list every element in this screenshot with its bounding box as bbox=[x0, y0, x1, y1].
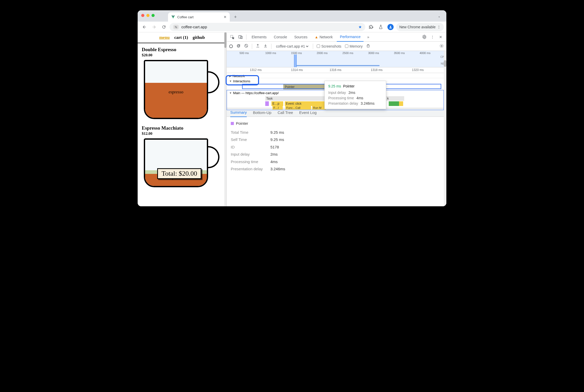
mug-handle-icon bbox=[208, 146, 219, 168]
extensions-icon[interactable] bbox=[367, 23, 375, 31]
tab-network[interactable]: ▲Network bbox=[312, 32, 336, 42]
page-scrollbar[interactable] bbox=[224, 32, 226, 206]
close-devtools-icon[interactable]: ✕ bbox=[437, 33, 444, 41]
product-card: Espresso Macchiato $12.00 espresso Total… bbox=[138, 122, 226, 190]
tab-performance[interactable]: Performance bbox=[337, 32, 364, 42]
svg-point-4 bbox=[424, 36, 425, 37]
new-tab-button[interactable]: + bbox=[232, 13, 239, 21]
close-tab-icon[interactable]: ✕ bbox=[224, 15, 227, 19]
settings-icon[interactable] bbox=[421, 33, 428, 41]
summary-pane: Pointer Total Time9.25 ms Self Time9.25 … bbox=[227, 117, 446, 176]
omnibox[interactable]: ⇆ coffee-cart.app ★ bbox=[170, 23, 365, 31]
svg-point-6 bbox=[441, 45, 442, 46]
selection-handle-icon[interactable] bbox=[294, 55, 297, 67]
mug-fill-label: espresso bbox=[169, 90, 183, 95]
back-button[interactable] bbox=[140, 23, 148, 31]
window-controls bbox=[141, 14, 155, 17]
time-ruler[interactable]: 1312 ms 1314 ms 1316 ms 1318 ms 1320 ms bbox=[227, 67, 446, 73]
memory-checkbox[interactable]: Memory bbox=[345, 44, 363, 48]
page-content: menu cart (1) github Double Espresso $20… bbox=[138, 32, 227, 206]
inspect-element-icon[interactable] bbox=[229, 33, 236, 41]
timeline-overview[interactable]: 500 ms 1000 ms 1500 ms 2000 ms 2500 ms 3… bbox=[227, 51, 446, 67]
device-toggle-icon[interactable] bbox=[237, 33, 244, 41]
url-text: coffee-cart.app bbox=[181, 25, 207, 29]
devtools-panel: Elements Console Sources ▲Network Perfor… bbox=[227, 32, 446, 206]
product-name: Double Espresso bbox=[142, 47, 222, 52]
reload-record-button[interactable] bbox=[236, 44, 241, 49]
nav-github[interactable]: github bbox=[193, 35, 205, 40]
tooltip-time: 9.25 ms bbox=[328, 84, 341, 89]
tab-sources[interactable]: Sources bbox=[291, 32, 311, 42]
record-button[interactable] bbox=[229, 44, 233, 48]
upload-button[interactable] bbox=[256, 44, 260, 49]
gc-button[interactable] bbox=[366, 44, 370, 49]
browser-window: Coffee cart ✕ + ⇆ coffee-cart.app ★ New … bbox=[138, 10, 446, 206]
devtools-scrollbar[interactable] bbox=[444, 51, 446, 206]
product-card: Double Espresso $20.00 espresso bbox=[138, 43, 226, 122]
record-icon bbox=[229, 44, 233, 48]
warning-icon: ▲ bbox=[315, 35, 318, 39]
maximize-window-icon[interactable] bbox=[152, 14, 155, 17]
browser-tab[interactable]: Coffee cart ✕ bbox=[168, 12, 230, 22]
vue-icon bbox=[171, 15, 175, 19]
flame-chart[interactable]: ▶Network ▼Interactions Pointer ▼Main — h… bbox=[227, 73, 446, 108]
screenshots-checkbox[interactable]: Screenshots bbox=[317, 44, 341, 48]
tab-overflow-icon[interactable] bbox=[436, 14, 442, 20]
svg-point-0 bbox=[390, 26, 391, 27]
kebab-icon[interactable]: ⋮ bbox=[429, 33, 436, 41]
forward-button[interactable] bbox=[150, 23, 158, 31]
product-price: $12.00 bbox=[142, 131, 222, 136]
minimize-window-icon[interactable] bbox=[146, 14, 149, 17]
mug-handle-icon bbox=[208, 71, 219, 93]
cart-total-badge[interactable]: Total: $20.00 bbox=[157, 168, 201, 179]
download-button[interactable] bbox=[263, 44, 268, 49]
nav-cart[interactable]: cart (1) bbox=[174, 35, 188, 40]
product-name: Espresso Macchiato bbox=[142, 125, 222, 131]
page-nav: menu cart (1) github bbox=[138, 32, 226, 43]
bookmark-star-icon[interactable]: ★ bbox=[358, 25, 362, 29]
interaction-tooltip: 9.25 msPointer Input delay2ms Processing… bbox=[324, 81, 386, 109]
mug-icon[interactable]: espresso bbox=[144, 138, 208, 187]
devtools-tabs: Elements Console Sources ▲Network Perfor… bbox=[227, 32, 446, 42]
update-chrome-label: New Chrome available bbox=[399, 25, 436, 29]
tab-elements[interactable]: Elements bbox=[249, 32, 270, 42]
perf-toolbar: coffee-cart.app #1 Screenshots Memory bbox=[227, 42, 446, 51]
capture-settings-icon[interactable] bbox=[439, 44, 444, 49]
tooltip-name: Pointer bbox=[343, 84, 355, 89]
more-icon: ⋮ bbox=[437, 25, 441, 29]
more-tabs-icon[interactable]: » bbox=[365, 33, 372, 41]
interactions-highlight bbox=[226, 75, 259, 85]
avatar-icon bbox=[387, 24, 394, 30]
site-info-icon[interactable]: ⇆ bbox=[173, 25, 179, 29]
labs-icon[interactable] bbox=[377, 23, 385, 31]
tab-title: Coffee cart bbox=[177, 15, 193, 19]
nav-menu[interactable]: menu bbox=[159, 35, 170, 40]
clear-button[interactable] bbox=[244, 44, 248, 49]
reload-button[interactable] bbox=[160, 23, 168, 31]
tab-console[interactable]: Console bbox=[271, 32, 290, 42]
pointer-swatch-icon bbox=[231, 122, 234, 125]
summary-name: Pointer bbox=[236, 120, 248, 127]
recording-select[interactable]: coffee-cart.app #1 bbox=[275, 44, 309, 49]
profile-avatar[interactable] bbox=[386, 23, 395, 31]
mug-icon[interactable]: espresso bbox=[144, 60, 208, 119]
close-window-icon[interactable] bbox=[141, 14, 144, 17]
product-price: $20.00 bbox=[142, 53, 222, 57]
address-bar: ⇆ coffee-cart.app ★ New Chrome available… bbox=[138, 22, 446, 32]
tab-strip: Coffee cart ✕ + bbox=[138, 10, 446, 22]
update-chrome-button[interactable]: New Chrome available ⋮ bbox=[396, 23, 444, 31]
net-overview-bar bbox=[296, 65, 379, 66]
